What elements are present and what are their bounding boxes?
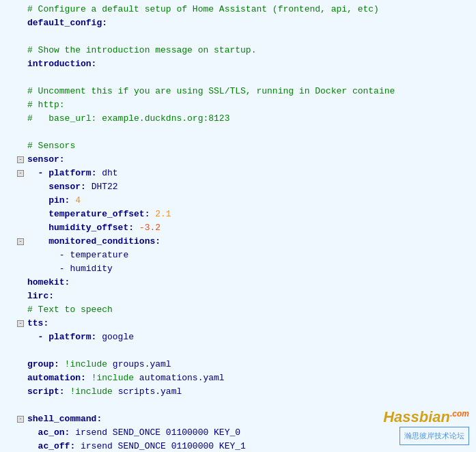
line-32-val: irsend SEND_ONCE 01100000 KEY_0 — [75, 426, 240, 440]
line-29: script: !include scripts.yaml — [14, 385, 476, 399]
line-16-val: 2.1 — [155, 208, 171, 221]
line-3 — [14, 30, 476, 44]
line-25: - platform: google — [14, 330, 476, 344]
line-19: - temperature — [14, 249, 476, 262]
line-5-text: introduction: — [27, 57, 96, 71]
fold-tts[interactable]: - — [15, 317, 26, 330]
line-33-key: ac_off: — [27, 440, 81, 452]
hassbian-label: Hassbian — [383, 408, 450, 425]
line-23-text: # Text to speech — [27, 303, 113, 317]
line-8-text: # http: — [27, 98, 65, 112]
line-27: group: !include groups.yaml — [14, 358, 476, 371]
line-29-key: script: — [27, 385, 70, 399]
line-32-key: ac_on: — [27, 426, 75, 440]
line-15: pin: 4 — [14, 194, 476, 208]
line-25-text: - platform: — [27, 330, 102, 344]
line-29-include: !include — [70, 385, 117, 399]
line-21: homekit: — [14, 276, 476, 289]
line-28: automation: !include automations.yaml — [14, 371, 476, 385]
line-2: default_config: — [14, 16, 476, 30]
line-11-text: # Sensors — [27, 139, 75, 153]
line-16: temperature_offset: 2.1 — [14, 208, 476, 221]
line-14: sensor: DHT22 — [14, 180, 476, 194]
fold-platform[interactable]: - — [15, 167, 26, 180]
line-20-text: - humidity — [27, 262, 113, 276]
line-6 — [14, 71, 476, 85]
line-26 — [14, 344, 476, 358]
line-27-file: groups.yaml — [113, 358, 171, 371]
line-13: - - platform: dht — [14, 167, 476, 180]
fold-shell[interactable]: - — [15, 412, 26, 426]
line-5: introduction: — [14, 57, 476, 71]
line-17-key: humidity_offset: — [27, 221, 139, 235]
line-1-text: # Configure a default setup of Home Assi… — [27, 3, 379, 16]
line-12: - sensor: — [14, 153, 476, 167]
line-14-val: DHT22 — [92, 180, 118, 194]
line-20: - humidity — [14, 262, 476, 276]
line-17-val: -3.2 — [139, 221, 160, 235]
line-31-text: shell_command: — [27, 412, 102, 426]
line-18-text: monitored_conditions: — [27, 235, 160, 249]
line-33-val: irsend SEND_ONCE 01100000 KEY_1 — [81, 440, 246, 452]
line-13-val: dht — [102, 167, 117, 180]
line-10 — [14, 126, 476, 139]
line-2-text: default_config: — [27, 16, 107, 30]
watermark-brand: Hassbian.com — [383, 407, 469, 427]
code-editor: # Configure a default setup of Home Assi… — [0, 0, 476, 452]
line-14-key: sensor: — [27, 180, 92, 194]
line-18: - monitored_conditions: — [14, 235, 476, 249]
watermark-text: Hassbian.com — [383, 408, 469, 425]
line-7-text: # Uncomment this if you are using SSL/TL… — [27, 85, 395, 98]
line-9: # base_url: example.duckdns.org:8123 — [14, 112, 476, 126]
line-27-key: group: — [27, 358, 65, 371]
line-24-text: tts: — [27, 317, 48, 330]
line-28-file: automations.yaml — [139, 371, 225, 385]
line-7: # Uncomment this if you are using SSL/TL… — [14, 85, 476, 98]
line-22-text: lirc: — [27, 289, 54, 303]
line-12-text: sensor: — [27, 153, 65, 167]
line-22: lirc: — [14, 289, 476, 303]
line-23: # Text to speech — [14, 303, 476, 317]
line-16-key: temperature_offset: — [27, 208, 155, 221]
line-19-text: - temperature — [27, 249, 128, 262]
fold-sensor[interactable]: - — [15, 153, 26, 167]
line-24: - tts: — [14, 317, 476, 330]
line-15-val: 4 — [75, 194, 81, 208]
fold-monitored[interactable]: - — [15, 235, 26, 249]
line-13-key: platform: — [48, 167, 102, 180]
line-9-text: # base_url: example.duckdns.org:8123 — [27, 112, 229, 126]
line-13-dash: - — [27, 167, 48, 180]
line-17: humidity_offset: -3.2 — [14, 221, 476, 235]
line-11: # Sensors — [14, 139, 476, 153]
line-25-val: google — [102, 330, 134, 344]
line-4: # Show the introduction message on start… — [14, 44, 476, 57]
line-4-text: # Show the introduction message on start… — [27, 44, 256, 57]
watermark-subtitle: 瀚思彼岸技术论坛 — [404, 432, 464, 440]
watermark-subtitle-box: 瀚思彼岸技术论坛 — [400, 427, 469, 445]
line-15-key: pin: — [27, 194, 75, 208]
line-27-include: !include — [65, 358, 113, 371]
line-21-text: homekit: — [27, 276, 70, 289]
line-8: # http: — [14, 98, 476, 112]
code-lines: # Configure a default setup of Home Assi… — [0, 0, 476, 452]
line-1: # Configure a default setup of Home Assi… — [14, 3, 476, 16]
com-label: .com — [450, 409, 469, 419]
watermark: Hassbian.com 瀚思彼岸技术论坛 — [383, 407, 469, 445]
line-29-file: scripts.yaml — [118, 385, 182, 399]
line-28-key: automation: — [27, 371, 92, 385]
line-28-include: !include — [92, 371, 139, 385]
